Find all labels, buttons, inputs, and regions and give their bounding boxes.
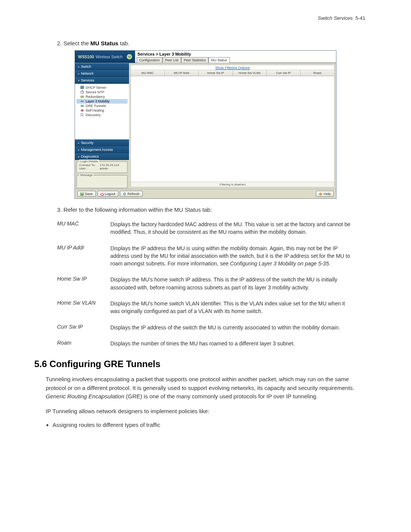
- login-details: Login Details Connect To :172.20.25.114 …: [76, 161, 127, 173]
- bullet-list: Assigning routes to different types of t…: [53, 422, 365, 428]
- services-tree: DHCP Server Secure NTP Redundancy Layer …: [75, 84, 129, 139]
- sidebar-item-switch[interactable]: ▸Switch: [75, 63, 129, 70]
- tree-item-gre-tunnels[interactable]: GRE Tunnels: [76, 104, 127, 108]
- section-para-2: IP Tunneling allows network designers to…: [46, 407, 365, 416]
- svg-rect-10: [81, 192, 83, 193]
- page-header: Switch Services 5-41: [46, 15, 365, 21]
- svg-text:?: ?: [320, 193, 322, 195]
- svg-point-6: [82, 101, 84, 102]
- product-name: WS5100: [78, 54, 94, 59]
- step-2: 2. Select the MU Status tab.: [57, 40, 365, 46]
- tab-mu-status[interactable]: MU Status: [209, 57, 230, 63]
- col-roam[interactable]: Roam: [301, 70, 334, 76]
- step-3: 3. Refer to the following information wi…: [57, 206, 365, 213]
- svg-rect-3: [81, 96, 82, 97]
- svg-point-7: [81, 105, 84, 107]
- refresh-button[interactable]: Refresh: [120, 191, 143, 197]
- def-row-home-sw-ip: Home Sw IP Displays the MU's home switch…: [57, 276, 354, 291]
- def-row-curr-sw-ip: Curr Sw IP Displays the IP address of th…: [57, 324, 354, 331]
- sidebar-item-diagnostics[interactable]: ▸Diagnostics: [75, 153, 129, 160]
- section-para-1: Tunneling involves encapsulating a packe…: [46, 375, 365, 401]
- sidebar-item-network[interactable]: ▸Network: [75, 70, 129, 77]
- tabs-row: Configuration Peer List Peer Statistics …: [135, 57, 336, 62]
- help-icon: ?: [319, 192, 322, 196]
- show-filtering-options-link[interactable]: Show Filtering Options: [131, 65, 334, 70]
- table-footer: Filtering is disabled: [131, 182, 334, 187]
- tree-item-self-healing[interactable]: Self Healing: [76, 108, 127, 113]
- tree-item-discovery[interactable]: Discovery: [76, 113, 127, 117]
- user-value: admin: [100, 167, 108, 170]
- content-panel: Show Filtering Options MU MAC MU IP Addr…: [131, 65, 335, 187]
- def-row-mu-mac: MU MAC Displays the factory hardcoded MA…: [57, 220, 354, 236]
- tree-item-dhcp-server[interactable]: DHCP Server: [76, 85, 127, 90]
- mobility-icon: [80, 99, 84, 103]
- definitions-table: MU MAC Displays the factory hardcoded MA…: [57, 220, 354, 347]
- sidebar-item-management-access[interactable]: ▸Management Access: [75, 146, 129, 153]
- brand-logo-icon: M: [127, 54, 132, 59]
- section-heading: 5.6 Configuring GRE Tunnels: [34, 359, 365, 369]
- refresh-icon: [123, 192, 126, 196]
- save-button[interactable]: Save: [77, 191, 96, 197]
- svg-point-5: [81, 101, 82, 102]
- def-row-home-sw-vlan: Home Sw VLAN Displays the MU's home swit…: [57, 300, 354, 315]
- clock-icon: [80, 90, 84, 94]
- logout-button[interactable]: Logout: [97, 191, 119, 197]
- redundancy-icon: [80, 95, 84, 99]
- help-button[interactable]: ? Help: [316, 191, 334, 197]
- app-title-bar: WS5100 Wireless Switch M: [75, 51, 135, 63]
- table-body: [131, 76, 334, 182]
- col-curr-sw-ip[interactable]: Curr Sw IP: [267, 70, 301, 76]
- breadcrumb: Services > Layer 3 Mobility: [135, 51, 336, 57]
- col-home-sw-vlan[interactable]: Home Sw VLAN: [233, 70, 267, 76]
- heal-icon: [80, 109, 84, 112]
- sidebar-item-services[interactable]: ▾Services: [75, 77, 129, 84]
- product-subtitle: Wireless Switch: [96, 55, 123, 59]
- bullet-1: Assigning routes to different types of t…: [53, 422, 365, 428]
- table-header: MU MAC MU IP Addr Home Sw IP Home Sw VLA…: [131, 70, 334, 76]
- connect-to-value: 172.20.25.114: [100, 163, 119, 167]
- app-screenshot: WS5100 Wireless Switch M Services > Laye…: [75, 50, 336, 199]
- sidebar-item-security[interactable]: ▸Security: [75, 139, 129, 146]
- tree-item-secure-ntp[interactable]: Secure NTP: [76, 90, 127, 94]
- svg-rect-1: [81, 88, 84, 89]
- tab-configuration[interactable]: Configuration: [137, 57, 162, 63]
- tab-peer-statistics[interactable]: Peer Statistics: [181, 57, 209, 63]
- message-box: Message: [76, 175, 127, 188]
- discovery-icon: [80, 113, 84, 117]
- server-icon: [80, 86, 84, 89]
- tunnel-icon: [80, 104, 84, 108]
- svg-rect-4: [82, 96, 84, 97]
- def-row-roam: Roam Displays the number of times the MU…: [57, 340, 354, 347]
- tree-item-layer-3-mobility[interactable]: Layer 3 Mobility: [76, 99, 127, 104]
- col-mu-ip-addr[interactable]: MU IP Addr: [165, 70, 199, 76]
- user-label: User :: [79, 167, 97, 170]
- tab-peer-list[interactable]: Peer List: [162, 57, 182, 63]
- save-icon: [80, 192, 84, 196]
- def-row-mu-ip-addr: MU IP Addr Displays the IP address the M…: [57, 244, 354, 268]
- logout-icon: [100, 192, 104, 196]
- col-home-sw-ip[interactable]: Home Sw IP: [199, 70, 233, 76]
- sidebar: ▸Switch ▸Network ▾Services DHCP Server S…: [75, 63, 129, 189]
- svg-rect-0: [81, 86, 84, 87]
- col-mu-mac[interactable]: MU MAC: [131, 70, 165, 76]
- connect-to-label: Connect To :: [79, 163, 97, 167]
- tree-item-redundancy[interactable]: Redundancy: [76, 94, 127, 99]
